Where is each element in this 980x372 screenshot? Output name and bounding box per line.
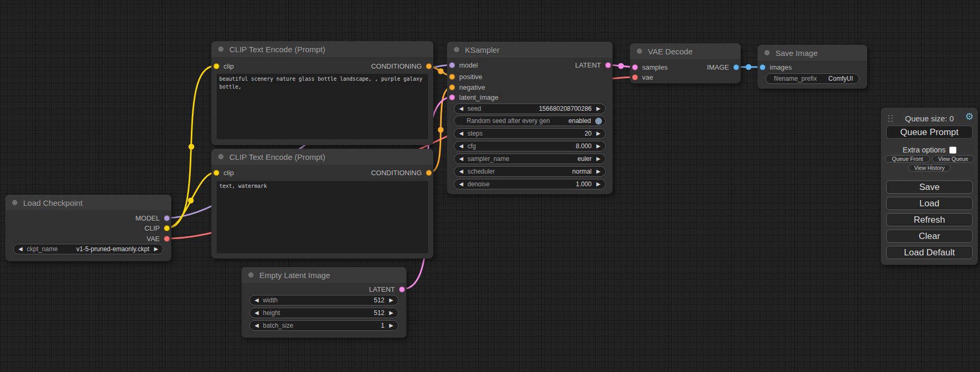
ckpt-name-widget[interactable]: ◀ ckpt_name v1-5-pruned-emaonly.ckpt ▶	[13, 244, 163, 254]
clear-button[interactable]: Clear	[886, 230, 973, 243]
view-queue-button[interactable]: View Queue	[932, 155, 974, 163]
output-port-conditioning[interactable]: CONDITIONING	[371, 169, 432, 176]
increment-arrow-icon[interactable]: ▶	[596, 182, 600, 187]
output-port-latent[interactable]: LATENT	[575, 62, 611, 68]
node-titlebar[interactable]: Save Image	[758, 45, 867, 61]
output-port-conditioning[interactable]: CONDITIONING	[371, 63, 432, 69]
increment-arrow-icon[interactable]: ▶	[154, 246, 158, 252]
increment-arrow-icon[interactable]: ▶	[596, 131, 600, 136]
port-dot-clip[interactable]	[164, 225, 170, 231]
filename-prefix-widget[interactable]: filename_prefix ComfyUI	[765, 73, 859, 84]
extra-options-checkbox[interactable]	[949, 147, 956, 154]
node-titlebar[interactable]: Load Checkpoint	[5, 195, 171, 211]
collapse-dot-icon[interactable]	[454, 47, 459, 52]
cfg-widget[interactable]: ◀ cfg 8.000 ▶	[454, 141, 606, 151]
denoise-widget[interactable]: ◀ denoise 1.000 ▶	[454, 179, 606, 189]
node-titlebar[interactable]: KSampler	[447, 42, 613, 58]
port-dot-latent[interactable]	[605, 62, 611, 68]
load-default-button[interactable]: Load Default	[886, 246, 973, 259]
node-empty-latent-image[interactable]: Empty Latent Image LATENT ◀ width 512 ▶ …	[241, 267, 406, 338]
port-dot-model[interactable]	[449, 62, 455, 68]
toggle-icon[interactable]	[595, 118, 602, 125]
node-titlebar[interactable]: VAE Decode	[630, 43, 741, 59]
port-dot-latent[interactable]	[399, 287, 405, 292]
node-titlebar[interactable]: Empty Latent Image	[241, 267, 406, 283]
decrement-arrow-icon[interactable]: ◀	[459, 182, 463, 187]
prompt-textarea[interactable]: text, watermark	[217, 181, 428, 253]
collapse-dot-icon[interactable]	[12, 200, 17, 205]
save-button[interactable]: Save	[886, 180, 973, 194]
increment-arrow-icon[interactable]: ▶	[596, 144, 600, 149]
increment-arrow-icon[interactable]: ▶	[389, 310, 393, 316]
output-port-model[interactable]: MODEL	[135, 215, 170, 221]
queue-prompt-button[interactable]: Queue Prompt	[886, 126, 973, 139]
increment-arrow-icon[interactable]: ▶	[389, 323, 393, 328]
port-dot-conditioning[interactable]	[449, 84, 455, 90]
input-port-clip[interactable]: clip	[214, 169, 234, 176]
output-port-vae[interactable]: VAE	[147, 235, 170, 242]
node-clip-text-encode-negative[interactable]: CLIP Text Encode (Prompt) clip CONDITION…	[211, 149, 433, 259]
decrement-arrow-icon[interactable]: ◀	[459, 106, 463, 111]
view-history-button[interactable]: View History	[908, 164, 950, 171]
collapse-dot-icon[interactable]	[218, 154, 224, 159]
queue-front-button[interactable]: Queue Front	[885, 155, 930, 163]
steps-widget[interactable]: ◀ steps 20 ▶	[454, 128, 606, 139]
input-port-images[interactable]: images	[760, 64, 792, 70]
node-graph-canvas[interactable]: Load Checkpoint MODEL CLIP VAE ◀ ckpt_na…	[0, 0, 980, 372]
port-dot-vae[interactable]	[164, 236, 170, 242]
node-ksampler[interactable]: KSampler model positive negative latent_…	[447, 42, 613, 194]
input-port-samples[interactable]: samples	[632, 64, 667, 70]
input-port-model[interactable]: model	[449, 62, 478, 68]
port-dot-latent[interactable]	[632, 64, 638, 70]
port-dot-clip[interactable]	[214, 170, 219, 176]
seed-widget[interactable]: ◀ seed 156680208700286 ▶	[454, 103, 606, 114]
collapse-dot-icon[interactable]	[764, 50, 770, 55]
port-dot-conditioning[interactable]	[426, 63, 432, 69]
decrement-arrow-icon[interactable]: ◀	[459, 144, 463, 149]
output-port-clip[interactable]: CLIP	[144, 225, 170, 231]
decrement-arrow-icon[interactable]: ◀	[459, 169, 463, 174]
collapse-dot-icon[interactable]	[218, 46, 224, 52]
scheduler-widget[interactable]: ◀ scheduler normal ▶	[454, 166, 606, 177]
input-port-negative[interactable]: negative	[449, 84, 485, 90]
node-clip-text-encode-positive[interactable]: CLIP Text Encode (Prompt) clip CONDITION…	[211, 41, 433, 145]
width-widget[interactable]: ◀ width 512 ▶	[249, 295, 399, 306]
port-dot-clip[interactable]	[214, 63, 219, 69]
node-titlebar[interactable]: CLIP Text Encode (Prompt)	[211, 149, 433, 165]
port-dot-conditioning[interactable]	[426, 170, 432, 176]
decrement-arrow-icon[interactable]: ◀	[459, 156, 463, 161]
input-port-vae[interactable]: vae	[632, 74, 653, 80]
random-seed-widget[interactable]: Random seed after every gen enabled	[454, 116, 606, 126]
prompt-textarea[interactable]: beautiful scenery nature glass bottle la…	[217, 74, 428, 139]
node-save-image[interactable]: Save Image images filename_prefix ComfyU…	[758, 45, 867, 89]
output-port-image[interactable]: IMAGE	[707, 64, 739, 70]
increment-arrow-icon[interactable]: ▶	[596, 156, 600, 161]
collapse-dot-icon[interactable]	[637, 49, 642, 54]
increment-arrow-icon[interactable]: ▶	[596, 169, 600, 174]
load-button[interactable]: Load	[886, 197, 973, 210]
node-vae-decode[interactable]: VAE Decode samples vae IMAGE	[630, 43, 741, 83]
refresh-button[interactable]: Refresh	[886, 213, 973, 226]
output-port-latent[interactable]: LATENT	[369, 286, 405, 292]
node-load-checkpoint[interactable]: Load Checkpoint MODEL CLIP VAE ◀ ckpt_na…	[5, 195, 171, 261]
increment-arrow-icon[interactable]: ▶	[596, 106, 600, 111]
height-widget[interactable]: ◀ height 512 ▶	[249, 308, 399, 318]
gear-icon[interactable]: ⚙	[965, 112, 974, 121]
decrement-arrow-icon[interactable]: ◀	[255, 298, 259, 303]
port-dot-model[interactable]	[164, 215, 170, 221]
decrement-arrow-icon[interactable]: ◀	[255, 323, 259, 328]
port-dot-image[interactable]	[733, 64, 739, 70]
decrement-arrow-icon[interactable]: ◀	[255, 310, 259, 316]
decrement-arrow-icon[interactable]: ◀	[18, 246, 23, 252]
input-port-latent-image[interactable]: latent_image	[449, 94, 498, 100]
decrement-arrow-icon[interactable]: ◀	[459, 131, 463, 136]
input-port-positive[interactable]: positive	[449, 73, 482, 80]
sampler-name-widget[interactable]: ◀ sampler_name euler ▶	[454, 154, 606, 164]
port-dot-conditioning[interactable]	[449, 74, 455, 80]
port-dot-vae[interactable]	[632, 74, 638, 80]
port-dot-latent[interactable]	[449, 94, 455, 100]
increment-arrow-icon[interactable]: ▶	[389, 298, 393, 303]
input-port-clip[interactable]: clip	[214, 63, 234, 69]
collapse-dot-icon[interactable]	[248, 272, 254, 278]
batch-size-widget[interactable]: ◀ batch_size 1 ▶	[249, 320, 399, 331]
